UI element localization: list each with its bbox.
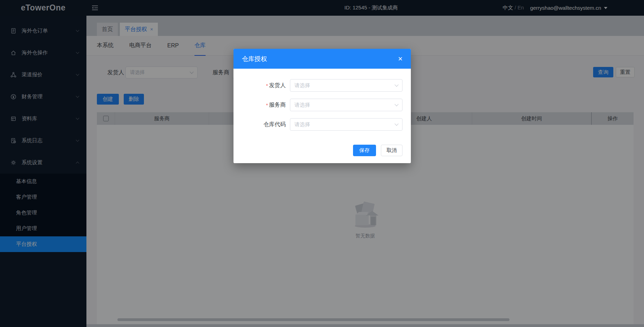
modal-title: 仓库授权 [242, 55, 267, 63]
select-placeholder: 请选择 [294, 102, 310, 108]
form-row-provider: * 服务商 请选择 [233, 99, 402, 111]
field-label-text: 服务商 [269, 101, 286, 109]
form-row-warehouse-code: 仓库代码 请选择 [233, 118, 402, 131]
chevron-down-icon [394, 83, 398, 86]
provider-select[interactable]: 请选择 [290, 99, 402, 111]
warehouse-code-field-label: 仓库代码 [233, 121, 286, 128]
close-icon[interactable]: × [398, 55, 402, 63]
field-label-text: 仓库代码 [263, 121, 286, 128]
select-placeholder: 请选择 [294, 121, 310, 128]
chevron-down-icon [394, 102, 398, 106]
save-button[interactable]: 保存 [353, 145, 376, 156]
form-row-shipper: * 发货人 请选择 [233, 79, 402, 92]
cancel-button[interactable]: 取消 [381, 145, 402, 156]
warehouse-auth-modal: 仓库授权 × * 发货人 请选择 * 服务商 请选择 [233, 49, 411, 163]
shipper-select[interactable]: 请选择 [290, 79, 402, 92]
required-asterisk: * [266, 83, 268, 89]
provider-field-label: * 服务商 [233, 101, 286, 109]
modal-header: 仓库授权 × [233, 49, 411, 69]
shipper-field-label: * 发货人 [233, 82, 286, 89]
select-placeholder: 请选择 [294, 82, 310, 89]
modal-body: * 发货人 请选择 * 服务商 请选择 仓库代码 [233, 69, 411, 131]
field-label-text: 发货人 [269, 82, 286, 89]
required-asterisk: * [266, 102, 268, 108]
modal-footer: 保存 取消 [353, 145, 402, 156]
chevron-down-icon [394, 122, 398, 126]
warehouse-code-select[interactable]: 请选择 [290, 118, 402, 131]
